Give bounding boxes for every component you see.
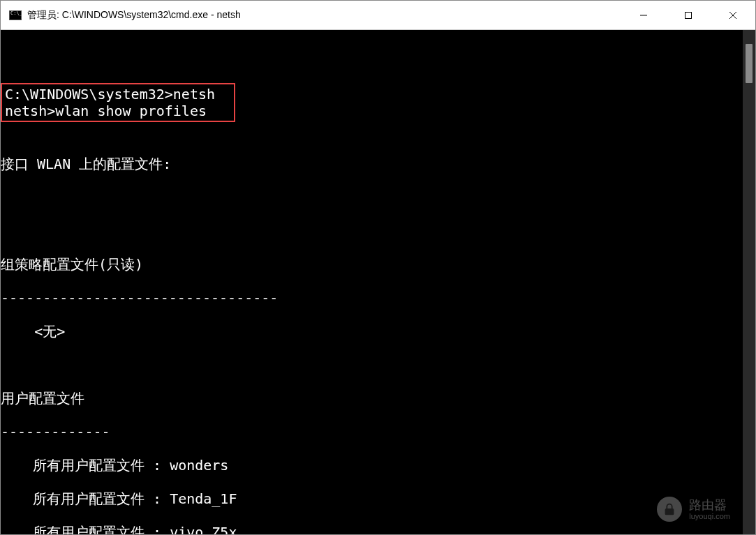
user-header: 用户配置文件: [1, 390, 743, 407]
watermark: 路由器 luyouqi.com: [657, 497, 730, 522]
lock-icon: [662, 502, 677, 517]
close-button[interactable]: [711, 1, 755, 29]
svg-rect-4: [665, 508, 674, 515]
watermark-title: 路由器: [689, 498, 730, 512]
profile-label: 所有用户配置文件 :: [33, 524, 170, 534]
minimize-icon: [639, 11, 648, 20]
svg-rect-1: [685, 12, 692, 18]
profile-line: 所有用户配置文件 : vivo Z5x: [1, 524, 743, 534]
gp-separator: ---------------------------------: [1, 289, 743, 306]
cmd-icon: [9, 10, 22, 20]
titlebar[interactable]: 管理员: C:\WINDOWS\system32\cmd.exe - netsh: [1, 1, 755, 30]
command-highlight-box: C:\WINDOWS\system32>netsh netsh>wlan sho…: [1, 83, 235, 122]
terminal-line: [1, 189, 743, 206]
profile-value: vivo Z5x: [170, 524, 237, 534]
watermark-sub: luyouqi.com: [689, 512, 730, 520]
gp-header: 组策略配置文件(只读): [1, 256, 743, 273]
terminal-line: C:\WINDOWS\system32>netsh: [5, 86, 215, 103]
profile-label: 所有用户配置文件 :: [33, 490, 170, 507]
window-title: 管理员: C:\WINDOWS\system32\cmd.exe - netsh: [27, 9, 621, 22]
profile-label: 所有用户配置文件 :: [33, 457, 170, 474]
profile-line: 所有用户配置文件 : Tenda_1F: [1, 490, 743, 507]
profile-value: Tenda_1F: [170, 490, 237, 507]
terminal-line: [1, 223, 743, 239]
terminal-line: [1, 356, 743, 373]
terminal-output[interactable]: C:\WINDOWS\system32>netsh netsh>wlan sho…: [1, 30, 743, 534]
watermark-icon: [657, 497, 682, 522]
terminal-line: [1, 50, 743, 66]
gp-none: <无>: [1, 323, 743, 340]
profile-line: 所有用户配置文件 : wonders: [1, 457, 743, 474]
scrollbar-thumb[interactable]: [746, 44, 753, 83]
vertical-scrollbar[interactable]: [743, 30, 755, 534]
close-icon: [729, 11, 737, 20]
profile-value: wonders: [170, 457, 228, 474]
maximize-button[interactable]: [666, 1, 711, 29]
cmd-window: 管理员: C:\WINDOWS\system32\cmd.exe - netsh…: [0, 0, 756, 535]
maximize-icon: [684, 11, 692, 20]
minimize-button[interactable]: [621, 1, 666, 29]
terminal-area: C:\WINDOWS\system32>netsh netsh>wlan sho…: [1, 30, 755, 534]
terminal-line: [1, 122, 743, 139]
window-controls: [621, 1, 755, 29]
terminal-line: netsh>wlan show profiles: [5, 103, 207, 119]
user-separator: -------------: [1, 423, 743, 440]
interface-header: 接口 WLAN 上的配置文件:: [1, 156, 743, 172]
watermark-text: 路由器 luyouqi.com: [689, 498, 730, 520]
